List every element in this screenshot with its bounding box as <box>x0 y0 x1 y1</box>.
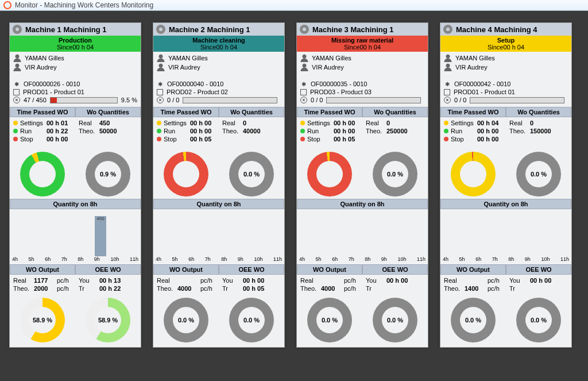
oee-panel: You00 h 00 Tr <box>506 275 571 295</box>
donut-gauge: 58.9 % <box>20 298 65 342</box>
time-passed-header: Time Passed WO <box>297 107 362 117</box>
oee-wo-header: OEE WO <box>362 264 428 275</box>
oee-wo-header: OEE WO <box>75 264 141 275</box>
progress-count: 0 / 0 <box>311 97 323 103</box>
product-code: PROD02 - Product 02 <box>167 88 228 95</box>
qty-8h-header: Quantity on 8h <box>10 199 141 209</box>
donut-gauge: 0.0 % <box>373 298 417 342</box>
qty-8h-header: Quantity on 8h <box>297 199 428 209</box>
histo-xaxis: 4h5h6h7h8h9h10h11h <box>153 256 284 264</box>
donut-gauge: 58.9 % <box>86 298 130 342</box>
app-icon <box>3 1 11 9</box>
order-section: OF00000035 - 0010 PROD03 - Product 03 0 … <box>297 77 428 107</box>
gear-icon <box>13 80 20 87</box>
machine-card[interactable]: Machine 3 Machining 1 Missing raw materi… <box>296 22 428 348</box>
progress-bar <box>183 97 277 103</box>
histogram <box>297 209 428 256</box>
oee-wo-header: OEE WO <box>219 264 284 275</box>
progress-count: 0 / 0 <box>454 97 466 103</box>
machines-board: Machine 1 Machining 1 ProductionSince00 … <box>0 11 588 359</box>
donut-gauge: 0.0 % <box>516 152 561 197</box>
time-panel: Settings00 h 04 Run00 h 00 Stop00 h 00 <box>440 117 506 146</box>
oee-panel: You00 h 00 Tr00 h 05 <box>219 275 284 295</box>
progress-count: 0 / 0 <box>167 97 179 103</box>
machine-title: Machine 4 Machining 4 <box>456 25 537 34</box>
product-icon <box>444 89 450 95</box>
histo-xaxis: 4h5h6h7h8h9h10h11h <box>10 256 141 264</box>
qty-panel: Real450 Theo.50000 <box>75 117 141 146</box>
product-code: PROD01 - Product 01 <box>23 88 84 95</box>
dot-run <box>157 129 161 133</box>
donut-gauge: 0.0 % <box>516 298 561 342</box>
dot-stop <box>13 137 18 141</box>
qty-8h-header: Quantity on 8h <box>440 199 571 209</box>
histo-bar: 450 <box>95 216 106 256</box>
user-icon <box>157 54 165 62</box>
qty-panel: Real0 Theo.250000 <box>362 117 428 146</box>
wo-output-header: WO Output <box>440 264 506 275</box>
status-band: ProductionSince00 h 04 <box>10 36 141 52</box>
dot-stop <box>444 137 448 141</box>
progress-bar <box>326 97 421 103</box>
user-row: YAMAN Gilles <box>444 54 568 62</box>
time-panel: Settings00 h 00 Run00 h 00 Stop00 h 05 <box>297 117 362 146</box>
status-band: Machine cleaningSince00 h 04 <box>153 36 284 52</box>
user-row: YAMAN Gilles <box>157 54 281 62</box>
machine-title: Machine 1 Machining 1 <box>25 25 107 34</box>
user-icon <box>157 63 165 71</box>
users-section: YAMAN GillesVIR Audrey <box>153 52 284 77</box>
dot-settings <box>300 121 305 125</box>
histogram: 450 <box>10 209 141 256</box>
wo-qty-header: Wo Quantities <box>75 107 141 117</box>
status-band: SetupSince00 h 04 <box>440 36 571 52</box>
users-section: YAMAN GillesVIR Audrey <box>10 52 141 77</box>
aperture-icon <box>443 25 452 34</box>
product-icon <box>157 89 163 95</box>
close-circle-icon <box>444 97 451 103</box>
window-title: Monitor - Machining Work Centers Monitor… <box>15 1 153 9</box>
card-title: Machine 1 Machining 1 <box>10 23 141 36</box>
machine-card[interactable]: Machine 2 Machining 1 Machine cleaningSi… <box>153 22 285 348</box>
machine-card[interactable]: Machine 1 Machining 1 ProductionSince00 … <box>9 22 141 348</box>
user-icon <box>13 63 21 71</box>
qty-panel: Real0 Theo.40000 <box>219 117 284 146</box>
wo-qty-header: Wo Quantities <box>219 107 284 117</box>
user-icon <box>300 63 308 71</box>
output-panel: Real1177pc/h Theo.2000pc/h <box>10 275 75 295</box>
users-section: YAMAN GillesVIR Audrey <box>297 52 428 77</box>
close-circle-icon <box>157 97 164 103</box>
donut-gauge: 0.0 % <box>229 298 274 342</box>
user-icon <box>444 54 452 62</box>
donut-gauge <box>164 152 208 197</box>
wo-qty-header: Wo Quantities <box>362 107 428 117</box>
card-title: Machine 3 Machining 1 <box>297 23 428 36</box>
donut-gauge: 0.9 % <box>86 152 130 197</box>
donut-gauge: 0.0 % <box>451 298 496 342</box>
dot-settings <box>444 121 448 125</box>
time-passed-header: Time Passed WO <box>440 107 506 117</box>
histo-xaxis: 4h5h6h7h8h9h10h11h <box>297 256 428 264</box>
donut-gauge <box>20 152 65 197</box>
aperture-icon <box>156 25 165 34</box>
donut-gauge <box>307 152 352 197</box>
dot-run <box>444 129 448 133</box>
dot-run <box>13 129 18 133</box>
time-passed-header: Time Passed WO <box>153 107 219 117</box>
machine-card[interactable]: Machine 4 Machining 4 SetupSince00 h 04 … <box>440 22 572 348</box>
gear-icon <box>157 80 164 87</box>
donut-gauge: 0.0 % <box>307 298 352 342</box>
output-panel: Realpc/h Theo.4000pc/h <box>297 275 362 295</box>
progress-bar <box>470 97 564 103</box>
order-number: OF00000042 - 0010 <box>454 80 510 87</box>
wo-output-header: WO Output <box>10 264 75 275</box>
donut-gauge <box>451 152 496 197</box>
qty-8h-header: Quantity on 8h <box>153 199 284 209</box>
progress-pct: 9.5 % <box>121 97 137 103</box>
aperture-icon <box>13 25 22 34</box>
wo-qty-header: Wo Quantities <box>506 107 571 117</box>
titlebar[interactable]: Monitor - Machining Work Centers Monitor… <box>0 0 588 11</box>
machine-title: Machine 2 Machining 1 <box>169 25 250 34</box>
users-section: YAMAN GillesVIR Audrey <box>440 52 571 77</box>
qty-panel: Real0 Theo.150000 <box>506 117 571 146</box>
progress-bar <box>50 97 118 103</box>
